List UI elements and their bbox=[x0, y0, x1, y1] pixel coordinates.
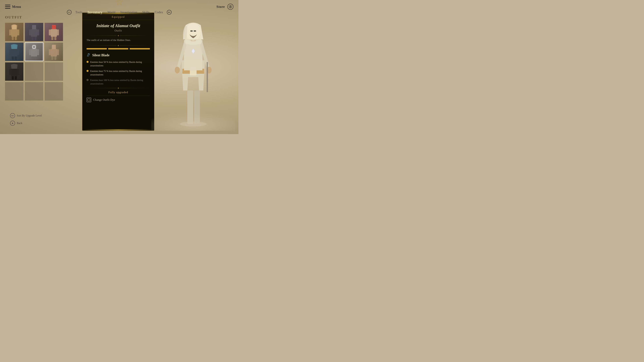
panel-border-bottom bbox=[82, 129, 154, 131]
menu-section[interactable]: Menu bbox=[5, 5, 21, 9]
svg-rect-47 bbox=[12, 76, 14, 80]
back-control[interactable]: ● Back bbox=[10, 121, 42, 126]
progress-bar-1 bbox=[86, 48, 107, 49]
svg-rect-42 bbox=[54, 56, 56, 60]
perk-1: Enemies hear 50 % less noise emitted by … bbox=[86, 60, 150, 67]
outfit-slot-3[interactable] bbox=[44, 23, 63, 41]
nav-inventory[interactable]: Inventory bbox=[85, 9, 105, 15]
outfit-slot-12[interactable] bbox=[44, 82, 63, 100]
svg-rect-57 bbox=[206, 62, 208, 92]
outfit-slot-10[interactable] bbox=[5, 82, 24, 100]
sort-label: Sort By Upgrade Level bbox=[17, 114, 42, 117]
svg-rect-33 bbox=[37, 49, 39, 55]
svg-rect-38 bbox=[51, 49, 57, 56]
svg-rect-13 bbox=[37, 29, 39, 35]
svg-rect-20 bbox=[51, 37, 53, 40]
nav-investigation[interactable]: Investigation bbox=[118, 10, 140, 15]
svg-rect-6 bbox=[9, 29, 12, 35]
slot-3-image bbox=[45, 23, 63, 41]
slot-4-image bbox=[5, 43, 23, 61]
slot-7-image bbox=[5, 62, 23, 81]
sort-control[interactable]: R3 Sort By Upgrade Level bbox=[10, 113, 42, 118]
svg-point-3 bbox=[230, 6, 231, 7]
svg-rect-41 bbox=[51, 56, 53, 60]
slot-2-image bbox=[25, 23, 43, 41]
svg-rect-10 bbox=[32, 25, 36, 30]
nav-skills[interactable]: Skills bbox=[140, 10, 152, 15]
store-icon[interactable] bbox=[228, 4, 234, 10]
nav-items-group: L1 Tools Inventory World Investigation S… bbox=[67, 9, 172, 15]
svg-rect-17 bbox=[51, 29, 57, 37]
svg-rect-26 bbox=[9, 49, 12, 55]
top-navigation: Menu L1 Tools Inventory World Investigat… bbox=[0, 0, 238, 13]
outfit-slot-4[interactable] bbox=[5, 42, 24, 61]
character-svg bbox=[151, 10, 235, 131]
svg-rect-7 bbox=[17, 29, 19, 35]
back-button[interactable]: ● bbox=[10, 121, 15, 126]
svg-rect-25 bbox=[11, 49, 17, 56]
outfit-slot-9[interactable] bbox=[44, 62, 63, 81]
svg-point-23 bbox=[54, 26, 55, 27]
character-display bbox=[151, 10, 235, 131]
svg-point-22 bbox=[52, 26, 53, 27]
svg-rect-32 bbox=[29, 49, 31, 55]
svg-rect-16 bbox=[52, 25, 56, 30]
ability-icon bbox=[86, 53, 90, 58]
dye-option[interactable]: Change Outfit Dye bbox=[86, 96, 150, 104]
outfit-slot-6[interactable] bbox=[44, 42, 63, 61]
perk-3: Enemies hear 100 % less noise emitted by… bbox=[86, 78, 150, 85]
outfit-slot-5[interactable] bbox=[25, 42, 43, 61]
svg-rect-31 bbox=[31, 49, 37, 56]
item-type: Outfit bbox=[86, 29, 150, 32]
perk-3-text: Enemies hear 100 % less noise emitted by… bbox=[90, 78, 150, 85]
outfit-slot-8[interactable] bbox=[25, 62, 43, 81]
divider-3 bbox=[86, 88, 150, 88]
perk-1-text: Enemies hear 50 % less noise emitted by … bbox=[90, 60, 150, 67]
svg-rect-44 bbox=[11, 69, 17, 76]
outfit-slot-7[interactable] bbox=[5, 62, 24, 81]
svg-rect-39 bbox=[49, 49, 51, 55]
item-description: The outfit of an initiate of the Hidden … bbox=[86, 38, 150, 42]
slot-5-image bbox=[25, 43, 43, 61]
dye-button-icon[interactable] bbox=[86, 97, 91, 102]
outfit-slot-2[interactable] bbox=[25, 23, 43, 41]
perk-2-dot bbox=[86, 70, 88, 72]
ability-header: Silent Blade bbox=[86, 53, 150, 58]
nav-codex[interactable]: Codex bbox=[152, 10, 166, 15]
menu-label: Menu bbox=[12, 5, 21, 9]
store-section[interactable]: Store bbox=[216, 4, 234, 10]
svg-rect-18 bbox=[49, 29, 51, 35]
perk-2-text: Enemies hear 75 % less noise emitted by … bbox=[90, 69, 150, 76]
progress-bars bbox=[86, 48, 150, 49]
svg-rect-19 bbox=[56, 29, 59, 35]
slot-1-image bbox=[5, 23, 23, 41]
menu-icon bbox=[5, 5, 10, 9]
item-card-panel: Equipped Initiate of Alamut Outfit Outfi… bbox=[82, 12, 154, 131]
nav-tools[interactable]: Tools bbox=[73, 10, 85, 15]
svg-rect-9 bbox=[15, 37, 17, 40]
outfit-slot-11[interactable] bbox=[25, 82, 43, 100]
outfit-slot-1[interactable] bbox=[5, 23, 24, 41]
svg-rect-35 bbox=[34, 56, 36, 60]
nav-logo bbox=[115, 0, 124, 6]
svg-rect-48 bbox=[15, 76, 17, 80]
svg-rect-46 bbox=[17, 69, 19, 75]
progress-bar-2 bbox=[108, 48, 128, 49]
svg-rect-28 bbox=[12, 56, 14, 60]
panel-content: Initiate of Alamut Outfit Outfit The out… bbox=[82, 20, 154, 129]
r3-button[interactable]: R3 bbox=[10, 113, 15, 118]
perk-3-dot bbox=[86, 79, 88, 81]
nav-world[interactable]: World bbox=[105, 10, 118, 15]
svg-rect-37 bbox=[52, 45, 56, 49]
slot-6-image bbox=[45, 43, 63, 61]
back-label: Back bbox=[17, 122, 22, 125]
perk-1-dot bbox=[86, 61, 88, 63]
r1-button[interactable]: R1 bbox=[167, 10, 172, 14]
svg-marker-0 bbox=[116, 0, 122, 5]
progress-bar-3 bbox=[130, 48, 150, 49]
svg-rect-8 bbox=[12, 37, 14, 40]
svg-rect-49 bbox=[88, 99, 90, 101]
outfit-panel: OUTFIT bbox=[5, 15, 79, 129]
l1-button[interactable]: L1 bbox=[67, 10, 72, 14]
svg-rect-45 bbox=[9, 69, 12, 75]
